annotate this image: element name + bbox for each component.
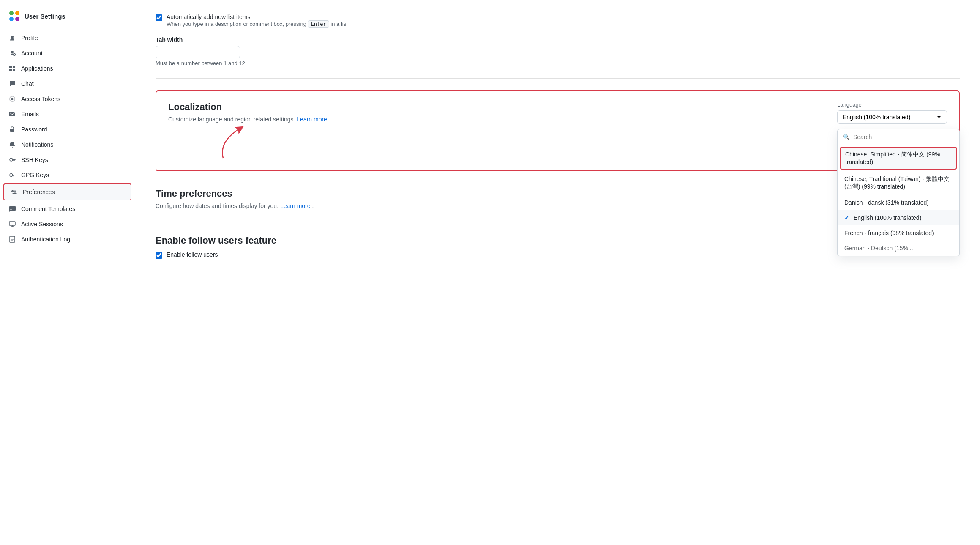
app-logo-icon <box>8 10 20 22</box>
chevron-down-icon <box>936 115 942 120</box>
time-preferences-learn-more-link[interactable]: Learn more <box>280 203 311 209</box>
tab-width-input[interactable]: 8 <box>156 46 240 58</box>
person-gear-icon <box>8 49 16 57</box>
sidebar: User Settings Profile Account Applicatio… <box>0 0 135 545</box>
localization-section: Localization Customize language and regi… <box>156 90 960 171</box>
tab-width-label: Tab width <box>156 36 960 43</box>
sidebar-item-active-sessions[interactable]: Active Sessions <box>0 216 135 232</box>
sidebar-item-comment-templates[interactable]: Comment Templates <box>0 201 135 216</box>
sidebar-item-ssh-keys[interactable]: SSH Keys <box>0 152 135 167</box>
sidebar-item-notifications[interactable]: Notifications <box>0 137 135 152</box>
person-icon <box>8 34 16 42</box>
sidebar-item-password-label: Password <box>21 126 47 133</box>
sliders-icon <box>10 188 18 196</box>
sidebar-item-emails-label: Emails <box>21 111 39 118</box>
language-dropdown-button[interactable]: English (100% translated) <box>837 110 947 124</box>
language-search-input[interactable] <box>853 134 954 140</box>
language-dropdown-container: English (100% translated) 🔍 Chinese, S <box>837 110 947 124</box>
sidebar-item-gpg-keys[interactable]: GPG Keys <box>0 167 135 183</box>
enable-follow-checkbox[interactable] <box>156 252 162 259</box>
svg-rect-8 <box>13 69 15 71</box>
chat-icon <box>8 80 16 88</box>
localization-desc: Customize language and region related se… <box>168 116 824 123</box>
key-icon <box>8 156 16 164</box>
key2-icon <box>8 171 16 179</box>
bell-icon <box>8 141 16 148</box>
sidebar-item-chat[interactable]: Chat <box>0 76 135 91</box>
svg-point-3 <box>15 17 19 21</box>
lock-icon <box>8 126 16 133</box>
sidebar-item-authentication-log[interactable]: Authentication Log <box>0 232 135 247</box>
app-header: User Settings <box>0 7 135 30</box>
dropdown-item-german[interactable]: German - Deutsch (15%... <box>838 241 959 256</box>
sidebar-item-preferences[interactable]: Preferences <box>3 183 131 200</box>
sidebar-item-active-sessions-label: Active Sessions <box>21 221 63 227</box>
localization-learn-more-link[interactable]: Learn more <box>297 116 327 123</box>
svg-rect-7 <box>9 69 12 71</box>
app-title: User Settings <box>25 13 66 20</box>
mail-icon <box>8 110 16 118</box>
auto-add-label: Automatically add new list items When yo… <box>167 14 346 28</box>
svg-point-1 <box>15 11 19 15</box>
sidebar-item-account[interactable]: Account <box>0 46 135 61</box>
sidebar-item-password[interactable]: Password <box>0 122 135 137</box>
log-icon <box>8 236 16 243</box>
language-field-label: Language <box>837 101 947 108</box>
sidebar-item-profile-label: Profile <box>21 35 38 41</box>
auto-add-section: Automatically add new list items When yo… <box>156 14 960 28</box>
enter-key-badge: Enter <box>308 20 329 28</box>
svg-rect-6 <box>13 66 15 68</box>
dropdown-item-danish[interactable]: Danish - dansk (31% translated) <box>838 195 959 210</box>
localization-title: Localization <box>168 101 824 112</box>
svg-point-0 <box>9 11 14 15</box>
token-icon <box>8 95 16 103</box>
selected-language-text: English (100% translated) <box>843 114 910 121</box>
language-search-container: 🔍 <box>838 129 959 145</box>
grid-icon <box>8 65 16 72</box>
sidebar-item-gpg-keys-label: GPG Keys <box>21 172 49 178</box>
comment-icon <box>8 205 16 213</box>
sidebar-item-access-tokens-label: Access Tokens <box>21 96 60 102</box>
dropdown-item-french[interactable]: French - français (98% translated) <box>838 225 959 241</box>
auto-add-checkbox[interactable] <box>156 14 162 21</box>
tab-width-hint: Must be a number between 1 and 12 <box>156 60 960 66</box>
search-icon: 🔍 <box>843 134 850 140</box>
svg-rect-10 <box>10 129 14 132</box>
svg-rect-5 <box>9 66 12 68</box>
sidebar-item-preferences-label: Preferences <box>23 189 55 195</box>
sidebar-item-emails[interactable]: Emails <box>0 107 135 122</box>
sidebar-item-chat-label: Chat <box>21 80 34 87</box>
sidebar-item-authentication-log-label: Authentication Log <box>21 236 70 243</box>
dropdown-item-chinese-traditional[interactable]: Chinese, Traditional (Taiwan) - 繁體中文 (台灣… <box>838 171 959 195</box>
sidebar-item-applications-label: Applications <box>21 65 53 72</box>
auto-add-row: Automatically add new list items When yo… <box>156 14 960 28</box>
sidebar-item-profile[interactable]: Profile <box>0 30 135 46</box>
monitor-icon <box>8 220 16 228</box>
svg-point-4 <box>14 54 16 56</box>
svg-point-9 <box>11 98 14 100</box>
tab-width-section: Tab width 8 Must be a number between 1 a… <box>156 36 960 66</box>
enable-follow-label: Enable follow users <box>167 251 218 258</box>
localization-right: Language English (100% translated) 🔍 <box>837 101 947 160</box>
dropdown-item-english[interactable]: English (100% translated) <box>838 210 959 225</box>
section-divider-1 <box>156 78 960 79</box>
localization-wrapper: Localization Customize language and regi… <box>156 90 960 171</box>
language-dropdown-list: Chinese, Simplified - 简体中文 (99% translat… <box>838 145 959 256</box>
sidebar-item-access-tokens[interactable]: Access Tokens <box>0 91 135 107</box>
sidebar-item-applications[interactable]: Applications <box>0 61 135 76</box>
sidebar-item-notifications-label: Notifications <box>21 141 53 148</box>
language-dropdown-popup: 🔍 Chinese, Simplified - 简体中文 (99% transl… <box>837 129 960 256</box>
svg-point-2 <box>9 17 14 21</box>
dropdown-item-chinese-simplified[interactable]: Chinese, Simplified - 简体中文 (99% translat… <box>840 147 957 170</box>
sidebar-item-comment-templates-label: Comment Templates <box>21 205 75 212</box>
sidebar-item-account-label: Account <box>21 50 43 57</box>
svg-rect-15 <box>9 222 15 225</box>
localization-left: Localization Customize language and regi… <box>168 101 824 126</box>
main-content: Automatically add new list items When yo… <box>135 0 980 545</box>
sidebar-item-ssh-keys-label: SSH Keys <box>21 156 48 163</box>
